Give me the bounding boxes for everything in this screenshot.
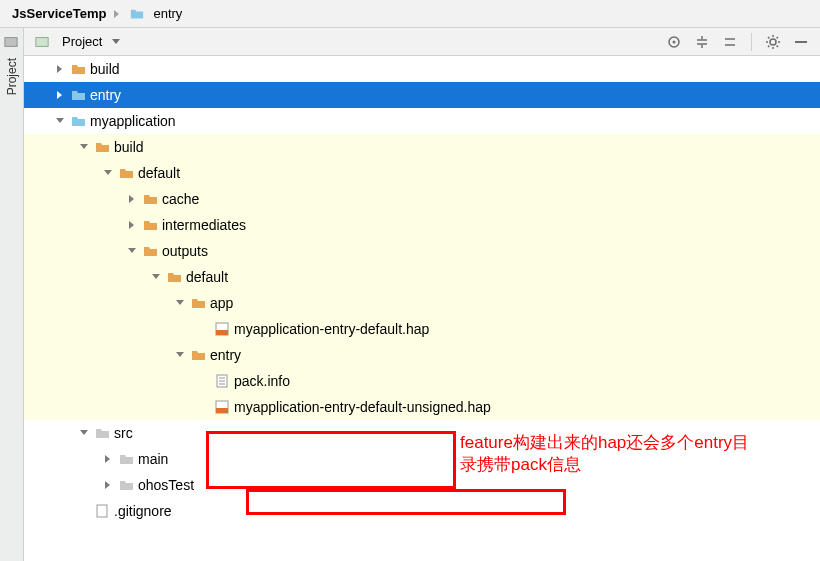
panel-title: Project bbox=[62, 34, 102, 49]
chevron-down-icon[interactable] bbox=[52, 113, 68, 129]
tree-node-build-2[interactable]: build bbox=[24, 134, 820, 160]
side-tab-project[interactable]: Project bbox=[5, 58, 19, 95]
chevron-down-icon[interactable] bbox=[124, 243, 140, 259]
chevron-right-icon[interactable] bbox=[124, 217, 140, 233]
breadcrumb: JsServiceTemp entry bbox=[0, 0, 820, 28]
tree-label: default bbox=[138, 162, 180, 184]
tree-node-myapplication[interactable]: myapplication bbox=[24, 108, 820, 134]
tree-label: myapplication-entry-default-unsigned.hap bbox=[234, 396, 491, 418]
breadcrumb-root-label: JsServiceTemp bbox=[12, 6, 106, 21]
chevron-down-icon[interactable] bbox=[148, 269, 164, 285]
gear-icon[interactable] bbox=[762, 31, 784, 53]
tree-node-app[interactable]: app bbox=[24, 290, 820, 316]
hide-icon[interactable] bbox=[790, 31, 812, 53]
folder-icon bbox=[190, 347, 206, 363]
tree-node-gitignore[interactable]: .gitignore bbox=[24, 498, 820, 524]
svg-point-4 bbox=[770, 39, 776, 45]
folder-icon bbox=[118, 165, 134, 181]
module-folder-icon bbox=[70, 87, 86, 103]
tree-label: build bbox=[114, 136, 144, 158]
folder-icon bbox=[94, 425, 110, 441]
tree-label: myapplication bbox=[90, 110, 176, 132]
tree-label: main bbox=[138, 448, 168, 470]
folder-icon bbox=[142, 217, 158, 233]
svg-rect-7 bbox=[216, 330, 228, 335]
tree-node-default-2[interactable]: default bbox=[24, 264, 820, 290]
project-panel-header: Project bbox=[24, 28, 820, 56]
tree-node-intermediates[interactable]: intermediates bbox=[24, 212, 820, 238]
chevron-down-icon[interactable] bbox=[76, 139, 92, 155]
tree-node-hap-2[interactable]: myapplication-entry-default-unsigned.hap bbox=[24, 394, 820, 420]
tree-label: ohosTest bbox=[138, 474, 194, 496]
svg-rect-11 bbox=[97, 505, 107, 517]
tree-node-entry-2[interactable]: entry bbox=[24, 342, 820, 368]
chevron-right-icon[interactable] bbox=[100, 451, 116, 467]
folder-icon bbox=[118, 477, 134, 493]
tree-node-default[interactable]: default bbox=[24, 160, 820, 186]
collapse-all-icon[interactable] bbox=[719, 31, 741, 53]
tree-node-cache[interactable]: cache bbox=[24, 186, 820, 212]
tree-label: intermediates bbox=[162, 214, 246, 236]
tree-label: build bbox=[90, 58, 120, 80]
side-tool-window-bar: Project bbox=[0, 28, 24, 561]
chevron-down-icon[interactable] bbox=[172, 347, 188, 363]
tree-node-outputs[interactable]: outputs bbox=[24, 238, 820, 264]
breadcrumb-child-label: entry bbox=[153, 6, 182, 21]
tree-node-entry[interactable]: entry bbox=[24, 82, 820, 108]
folder-icon bbox=[142, 243, 158, 259]
expand-all-icon[interactable] bbox=[691, 31, 713, 53]
folder-icon bbox=[142, 191, 158, 207]
annotation-text: feature构建出来的hap还会多个entry目录携带pack信息 bbox=[460, 432, 760, 476]
tree-node-build[interactable]: build bbox=[24, 56, 820, 82]
tree-label: pack.info bbox=[234, 370, 290, 392]
tree-label: entry bbox=[210, 344, 241, 366]
svg-rect-1 bbox=[36, 37, 48, 46]
svg-point-3 bbox=[673, 40, 676, 43]
svg-rect-5 bbox=[795, 41, 807, 43]
chevron-down-icon[interactable] bbox=[100, 165, 116, 181]
folder-icon bbox=[118, 451, 134, 467]
hap-file-icon bbox=[214, 321, 230, 337]
tree-label: cache bbox=[162, 188, 199, 210]
chevron-right-icon bbox=[114, 10, 119, 18]
module-folder-icon bbox=[70, 113, 86, 129]
tree-node-hap-1[interactable]: myapplication-entry-default.hap bbox=[24, 316, 820, 342]
folder-icon bbox=[166, 269, 182, 285]
chevron-right-icon[interactable] bbox=[100, 477, 116, 493]
svg-rect-10 bbox=[216, 408, 228, 413]
tree-label: .gitignore bbox=[114, 500, 172, 522]
tree-node-packinfo[interactable]: pack.info bbox=[24, 368, 820, 394]
file-icon bbox=[214, 373, 230, 389]
chevron-down-icon[interactable] bbox=[172, 295, 188, 311]
folder-icon bbox=[190, 295, 206, 311]
chevron-right-icon[interactable] bbox=[124, 191, 140, 207]
hap-file-icon bbox=[214, 399, 230, 415]
folder-icon bbox=[94, 139, 110, 155]
tree-label: src bbox=[114, 422, 133, 444]
tree-label: myapplication-entry-default.hap bbox=[234, 318, 429, 340]
folder-icon bbox=[70, 61, 86, 77]
locate-icon[interactable] bbox=[663, 31, 685, 53]
project-view-icon bbox=[34, 34, 50, 50]
tree-label: entry bbox=[90, 84, 121, 106]
file-icon bbox=[94, 503, 110, 519]
tree-label: default bbox=[186, 266, 228, 288]
chevron-right-icon[interactable] bbox=[52, 87, 68, 103]
separator bbox=[751, 33, 752, 51]
breadcrumb-root[interactable]: JsServiceTemp bbox=[8, 6, 110, 21]
project-icon[interactable] bbox=[3, 34, 19, 50]
breadcrumb-child[interactable]: entry bbox=[123, 6, 186, 22]
tree-label: outputs bbox=[162, 240, 208, 262]
chevron-right-icon[interactable] bbox=[52, 61, 68, 77]
folder-icon bbox=[129, 6, 145, 22]
tree-label: app bbox=[210, 292, 233, 314]
chevron-down-icon[interactable] bbox=[76, 425, 92, 441]
svg-rect-0 bbox=[4, 38, 16, 47]
dropdown-caret-icon[interactable] bbox=[112, 39, 120, 44]
